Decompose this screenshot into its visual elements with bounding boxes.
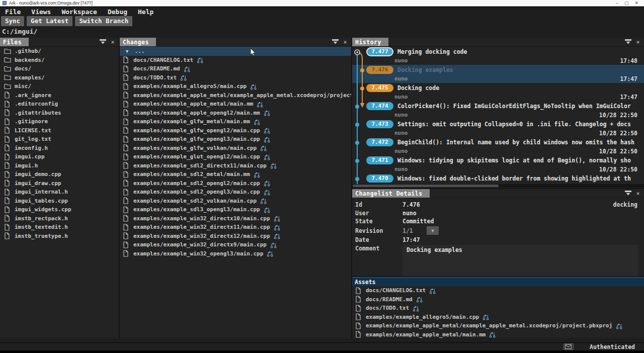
- file-row[interactable]: imstb_rectpack.h: [0, 214, 119, 223]
- changed-file-row[interactable]: examples/example_glut_opengl2/main.cpp: [120, 152, 351, 161]
- file-row[interactable]: .github/: [0, 47, 119, 56]
- file-icon: [4, 224, 12, 231]
- file-row[interactable]: examples/: [0, 73, 119, 82]
- file-row[interactable]: git_log.txt: [0, 135, 119, 144]
- menu-item[interactable]: Workspace: [61, 8, 97, 16]
- changed-file-row[interactable]: examples/example_win32_directx12/main.cp…: [120, 232, 351, 241]
- changed-file-row[interactable]: examples/example_apple_metal/example_app…: [120, 91, 351, 100]
- menu-item[interactable]: Help: [138, 8, 153, 16]
- date-value: 17:47: [403, 236, 420, 243]
- toolbar-button[interactable]: Get Latest: [27, 16, 72, 26]
- changes-tab[interactable]: Changes: [120, 38, 156, 46]
- file-row[interactable]: imgui_internal.h: [0, 188, 119, 197]
- changed-file-row[interactable]: docs/README.md: [120, 64, 351, 73]
- history-tab[interactable]: History: [352, 38, 388, 46]
- file-row[interactable]: imstb_textedit.h: [0, 223, 119, 232]
- file-row[interactable]: imgui.h: [0, 161, 119, 170]
- file-icon: [123, 224, 130, 231]
- asset-row[interactable]: docs/CHANGELOG.txt: [352, 286, 644, 295]
- folder-icon: [4, 48, 12, 55]
- asset-row[interactable]: examples/example_apple_metal/main.mm: [352, 330, 644, 338]
- commit-row[interactable]: 7.472 BeginChild(): Internal name used b…: [352, 137, 644, 155]
- file-icon: [123, 101, 130, 108]
- changed-file-row[interactable]: examples/example_sdl2_opengl2/main.cpp: [120, 179, 351, 188]
- file-row[interactable]: backends/: [0, 56, 119, 65]
- filter-icon[interactable]: [624, 39, 631, 45]
- file-row[interactable]: .gitattributes: [0, 109, 119, 118]
- commit-row[interactable]: 7.476 Docking examples nuno 17:47: [352, 65, 644, 83]
- toolbar-button[interactable]: Switch Branch: [75, 16, 132, 26]
- asset-row[interactable]: docs/README.md: [352, 295, 644, 304]
- commit-row[interactable]: 7.471 Windows: tidying up skipitems logi…: [352, 155, 644, 173]
- commit-time: 10/28 22:50: [599, 130, 637, 137]
- commit-row[interactable]: 7.477 Merging docking code nuno 17:48: [352, 47, 644, 65]
- changed-file-row[interactable]: examples/example_sdl2_vulkan/main.cpp: [120, 197, 351, 206]
- changes-expander-row[interactable]: ▼ ...: [120, 47, 351, 56]
- commit-row[interactable]: 7.473 Settings: omit outputing Collapsed…: [352, 119, 644, 137]
- file-row[interactable]: imconfig.h: [0, 144, 119, 153]
- minimize-button[interactable]: –: [616, 1, 618, 6]
- comment-field[interactable]: Docking examples: [403, 245, 638, 276]
- changed-file-row[interactable]: docs/TODO.txt: [120, 73, 351, 82]
- changelist-details-tab[interactable]: Changelist Details: [352, 189, 430, 198]
- maximize-button[interactable]: ▢: [624, 1, 629, 6]
- filter-icon[interactable]: [99, 39, 106, 45]
- commit-row[interactable]: 7.475 Docking code nuno 17:47: [352, 83, 644, 101]
- changes-list: docs/CHANGELOG.txt docs/README.md docs/T…: [120, 56, 351, 258]
- filter-icon[interactable]: [332, 39, 339, 45]
- changed-file-row[interactable]: examples/example_win32_directx11/main.cp…: [120, 223, 351, 232]
- changed-file-row[interactable]: examples/example_glfw_opengl2/main.cpp: [120, 126, 351, 135]
- menu-item[interactable]: File: [5, 8, 21, 16]
- file-row[interactable]: imgui_draw.cpp: [0, 179, 119, 188]
- revision-dropdown-button[interactable]: ▼: [427, 226, 439, 235]
- changed-file-row[interactable]: examples/example_sdl2_directx11/main.cpp: [120, 161, 351, 170]
- changed-file-row[interactable]: docs/CHANGELOG.txt: [120, 56, 351, 65]
- filter-icon[interactable]: [624, 191, 631, 197]
- changed-file-row[interactable]: examples/example_glfw_opengl3/main.cpp: [120, 135, 351, 144]
- file-row[interactable]: imstb_truetype.h: [0, 232, 119, 241]
- commit-row[interactable]: 7.474 ColorPicker4(): Fixed ImGuiColorEd…: [352, 101, 644, 119]
- mouse-cursor: [250, 48, 256, 57]
- changed-file-row[interactable]: examples/example_apple_opengl2/main.mm: [120, 109, 351, 118]
- asset-row[interactable]: examples/example_apple_metal/example_app…: [352, 321, 644, 330]
- commit-title: BeginChild(): Internal name used by chil…: [397, 139, 634, 146]
- changed-file-row[interactable]: examples/example_apple_metal/main.mm: [120, 100, 351, 109]
- close-panel-icon[interactable]: ✕: [342, 39, 349, 45]
- file-row[interactable]: docs/: [0, 64, 119, 73]
- files-tab[interactable]: Files: [0, 38, 29, 46]
- changed-file-row[interactable]: examples/example_glfw_vulkan/main.cpp: [120, 144, 351, 153]
- file-row[interactable]: .gitignore: [0, 117, 119, 126]
- mail-icon[interactable]: [564, 343, 574, 350]
- menu-item[interactable]: Views: [31, 8, 51, 16]
- file-row[interactable]: .editorconfig: [0, 100, 119, 109]
- file-row[interactable]: .ark_ignore: [0, 91, 119, 100]
- changed-file-row[interactable]: examples/example_win32_opengl3/main.cpp: [120, 249, 351, 258]
- close-panel-icon[interactable]: ✕: [634, 191, 641, 197]
- asset-row[interactable]: examples/example_allegro5/main.cpp: [352, 313, 644, 322]
- scrollbar-thumb[interactable]: [353, 185, 499, 187]
- changed-file-row[interactable]: examples/example_win32_directx9/main.cpp: [120, 240, 351, 249]
- changed-file-row[interactable]: examples/example_sdl3_opengl3/main.cpp: [120, 205, 351, 214]
- changed-file-row[interactable]: examples/example_win32_directx10/main.cp…: [120, 214, 351, 223]
- menu-item[interactable]: Debug: [108, 8, 127, 16]
- file-row[interactable]: LICENSE.txt: [0, 126, 119, 135]
- history-horizontal-scrollbar[interactable]: [352, 184, 644, 188]
- file-icon: [123, 74, 130, 81]
- file-row[interactable]: imgui_demo.cpp: [0, 170, 119, 179]
- changed-file-row[interactable]: examples/example_sdl2_metal/main.mm: [120, 170, 351, 179]
- commit-row[interactable]: 7.470 Windows: fixed double-clicked bord…: [352, 173, 644, 184]
- changed-file-row[interactable]: examples/example_allegro5/main.cpp: [120, 82, 351, 91]
- close-panel-icon[interactable]: ✕: [634, 39, 641, 45]
- file-icon: [4, 109, 12, 116]
- file-icon: [355, 287, 363, 294]
- changed-file-row[interactable]: examples/example_glfw_metal/main.mm: [120, 117, 351, 126]
- asset-row[interactable]: docs/TODO.txt: [352, 304, 644, 313]
- file-row[interactable]: misc/: [0, 82, 119, 91]
- changed-file-row[interactable]: examples/example_sdl2_opengl3/main.cpp: [120, 188, 351, 197]
- file-row[interactable]: imgui.cpp: [0, 152, 119, 161]
- close-panel-icon[interactable]: ✕: [109, 39, 116, 45]
- file-row[interactable]: imgui_tables.cpp: [0, 197, 119, 206]
- close-button[interactable]: ✕: [634, 1, 638, 6]
- file-row[interactable]: imgui_widgets.cpp: [0, 205, 119, 214]
- toolbar-button[interactable]: Sync: [1, 16, 24, 26]
